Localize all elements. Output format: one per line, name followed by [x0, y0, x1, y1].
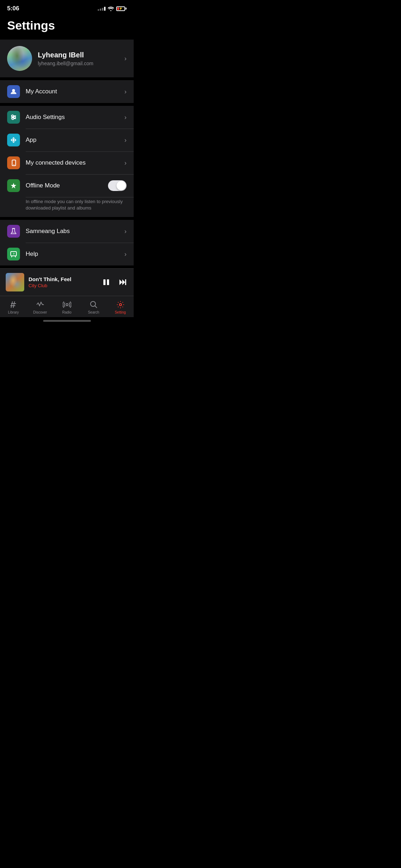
offline-description: In offline mode you can only listen to p…: [0, 197, 134, 217]
my-account-item[interactable]: My Account ›: [0, 80, 134, 103]
now-playing-bar[interactable]: Don't Think, Feel City Club: [0, 268, 134, 296]
library-icon: [9, 300, 18, 309]
offline-mode-label: Offline Mode: [26, 182, 108, 189]
general-settings-group: Audio Settings › App › My connected devi…: [0, 106, 134, 217]
svg-marker-19: [119, 279, 122, 285]
svg-rect-21: [125, 279, 126, 285]
svg-point-23: [91, 301, 96, 306]
connected-devices-label: My connected devices: [26, 159, 122, 166]
signal-icon: [98, 7, 106, 11]
svg-point-1: [12, 89, 15, 92]
samneang-labs-item[interactable]: Samneang Labs ›: [0, 220, 134, 243]
offline-mode-item[interactable]: Offline Mode: [0, 174, 134, 197]
nav-library-label: Library: [8, 310, 19, 314]
profile-email: lyheang.ibell@gmail.com: [38, 61, 122, 66]
radio-icon: [63, 300, 71, 309]
discover-icon: [36, 300, 45, 309]
audio-settings-icon: [7, 111, 20, 124]
nav-setting[interactable]: Setting: [107, 299, 134, 316]
help-icon: ?: [7, 248, 20, 260]
svg-point-25: [119, 304, 122, 306]
svg-point-6: [14, 117, 16, 118]
svg-line-24: [95, 306, 97, 308]
nav-radio[interactable]: Radio: [53, 299, 80, 316]
track-art: [6, 273, 24, 291]
more-settings-group: Samneang Labs › ? Help ›: [0, 220, 134, 265]
skip-forward-button[interactable]: [117, 277, 128, 288]
connected-devices-chevron: ›: [124, 159, 127, 167]
track-title: Don't Think, Feel: [29, 276, 101, 282]
pause-button[interactable]: [101, 277, 112, 288]
svg-text:?: ?: [13, 252, 15, 255]
page-header: Settings: [0, 16, 134, 40]
nav-setting-label: Setting: [115, 310, 126, 314]
profile-name: Lyheang IBell: [38, 51, 122, 59]
svg-point-14: [14, 232, 15, 233]
help-item[interactable]: ? Help ›: [0, 243, 134, 265]
my-account-chevron: ›: [124, 88, 127, 95]
offline-mode-icon: [7, 179, 20, 192]
samneang-labs-icon: [7, 225, 20, 238]
profile-section[interactable]: Lyheang IBell lyheang.ibell@gmail.com ›: [0, 40, 134, 77]
svg-rect-12: [12, 228, 15, 229]
home-indicator: [0, 317, 134, 324]
audio-settings-label: Audio Settings: [26, 114, 122, 121]
my-account-label: My Account: [26, 88, 122, 95]
svg-rect-18: [107, 279, 109, 285]
nav-discover[interactable]: Discover: [27, 299, 53, 316]
status-icons: ⚡: [98, 6, 127, 11]
app-icon: [7, 134, 20, 146]
playback-controls: [101, 277, 128, 288]
app-chevron: ›: [124, 136, 127, 144]
home-bar: [43, 320, 91, 322]
help-label: Help: [26, 250, 122, 258]
audio-settings-chevron: ›: [124, 114, 127, 121]
samneang-labs-chevron: ›: [124, 228, 127, 235]
svg-marker-20: [122, 279, 125, 285]
svg-point-0: [110, 10, 112, 11]
avatar: [7, 46, 32, 71]
connected-devices-item[interactable]: My connected devices ›: [0, 151, 134, 174]
status-bar: 5:06 ⚡: [0, 0, 134, 16]
nav-search-label: Search: [88, 310, 99, 314]
my-account-icon: [7, 85, 20, 98]
offline-mode-toggle[interactable]: [108, 180, 127, 191]
svg-rect-17: [103, 279, 106, 285]
connected-devices-icon: [7, 156, 20, 169]
svg-point-5: [12, 115, 14, 117]
nav-radio-label: Radio: [62, 310, 71, 314]
nav-search[interactable]: Search: [80, 299, 107, 316]
battery-icon: ⚡: [116, 6, 127, 11]
bottom-nav: Library Discover Radio Search Setting: [0, 296, 134, 317]
profile-chevron: ›: [124, 55, 127, 62]
nav-discover-label: Discover: [33, 310, 47, 314]
setting-icon: [116, 300, 125, 309]
wifi-icon: [108, 6, 114, 11]
svg-point-13: [12, 232, 14, 233]
page-title: Settings: [7, 19, 127, 32]
profile-info: Lyheang IBell lyheang.ibell@gmail.com: [38, 51, 122, 66]
search-icon: [89, 300, 98, 309]
account-group: My Account ›: [0, 80, 134, 103]
samneang-labs-label: Samneang Labs: [26, 228, 122, 235]
svg-point-11: [14, 164, 14, 165]
svg-point-8: [12, 139, 15, 141]
status-time: 5:06: [7, 5, 19, 12]
svg-point-7: [12, 118, 14, 120]
help-chevron: ›: [124, 250, 127, 258]
nav-library[interactable]: Library: [0, 299, 27, 316]
app-item[interactable]: App ›: [0, 129, 134, 151]
app-label: App: [26, 136, 122, 144]
svg-point-22: [66, 304, 68, 306]
track-info: Don't Think, Feel City Club: [29, 276, 101, 288]
audio-settings-item[interactable]: Audio Settings ›: [0, 106, 134, 129]
track-artist: City Club: [29, 283, 101, 288]
